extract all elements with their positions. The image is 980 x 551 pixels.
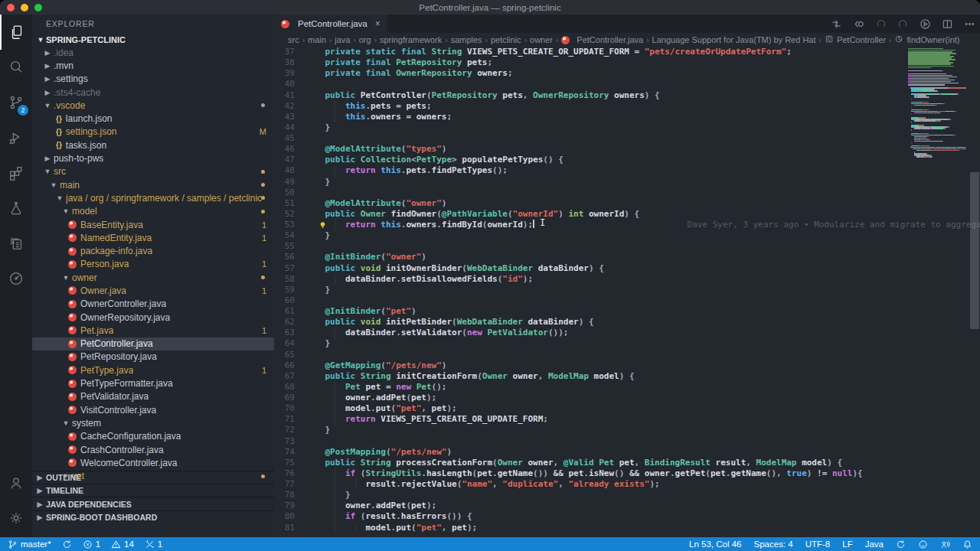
code-line-55[interactable]: 55	[274, 241, 980, 252]
code-line-78[interactable]: 78 }	[274, 490, 980, 500]
tree-item-pettype-java[interactable]: PetType.java1	[32, 364, 274, 377]
go-back-icon[interactable]	[853, 18, 864, 30]
tree-item-owner[interactable]: ▼owner	[32, 271, 274, 284]
tree-item--idea[interactable]: ▶.idea	[32, 46, 274, 59]
code-line-64[interactable]: 64 }	[274, 338, 980, 349]
code-line-50[interactable]: 50	[274, 187, 980, 198]
breadcrumb-language-support-for-java-tm-by-red-hat[interactable]: Language Support for Java(TM) by Red Hat	[652, 35, 816, 44]
code-line-54[interactable]: 54 }	[274, 230, 980, 241]
activity-source-control-icon[interactable]: 2	[0, 85, 32, 120]
code-line-58[interactable]: 58 dataBinder.setDisallowedFields("id");	[274, 274, 980, 285]
tree-item-model[interactable]: ▼model	[32, 205, 274, 218]
close-tab-icon[interactable]: ×	[375, 18, 381, 29]
tree-item-cacheconfiguration-java[interactable]: CacheConfiguration.java	[32, 430, 274, 443]
tree-item-visitcontroller-java[interactable]: VisitController.java	[32, 403, 274, 416]
status-warning[interactable]: 14	[111, 540, 134, 549]
section-timeline[interactable]: ▶TIMELINE	[32, 484, 274, 497]
code-line-80[interactable]: 80 if (result.hasErrors()) {	[274, 511, 980, 522]
breadcrumb-main[interactable]: main	[308, 35, 326, 44]
breadcrumb-org[interactable]: org	[359, 35, 371, 44]
code-line-79[interactable]: 79 owner.addPet(pet);	[274, 500, 980, 511]
code-line-76[interactable]: 76 if (StringUtils.hasLength(pet.getName…	[274, 468, 980, 479]
status-broadcast[interactable]	[940, 540, 950, 549]
run-java-icon[interactable]	[920, 18, 931, 30]
tree-item--sts4-cache[interactable]: ▶.sts4-cache	[32, 86, 274, 99]
tree-item-tasks-json[interactable]: {}tasks.json	[32, 139, 274, 152]
status-sync[interactable]	[62, 540, 72, 549]
tree-item-petrepository-java[interactable]: PetRepository.java	[32, 350, 274, 364]
tree-item-launch-json[interactable]: {}launch.json	[32, 112, 274, 125]
activity-account-icon[interactable]	[0, 465, 32, 500]
tree-item-welcomecontroller-java[interactable]: WelcomeController.java	[32, 456, 274, 469]
zoom-window-button[interactable]	[34, 4, 42, 11]
tree-item-pet-java[interactable]: Pet.java1	[32, 324, 274, 337]
breadcrumb-samples[interactable]: samples	[451, 35, 482, 44]
code-line-37[interactable]: 37 private static final String VIEWS_PET…	[274, 47, 980, 57]
tree-item-pettypeformatter-java[interactable]: PetTypeFormatter.java	[32, 377, 274, 390]
code-line-45[interactable]: 45	[274, 133, 980, 144]
tree-item-settings-json[interactable]: {}settings.jsonM	[32, 126, 274, 139]
breadcrumb-petclinic[interactable]: petclinic	[491, 35, 521, 44]
code-line-46[interactable]: 46 @ModelAttribute("types")	[274, 144, 980, 155]
activity-run-debug-icon[interactable]	[0, 120, 32, 155]
tree-item-person-java[interactable]: Person.java1	[32, 258, 274, 271]
code-line-47[interactable]: 47 public Collection<PetType> populatePe…	[274, 155, 980, 165]
section-java-dependencies[interactable]: ▶JAVA DEPENDENCIES	[32, 497, 274, 510]
minimize-window-button[interactable]	[21, 4, 28, 11]
code-line-74[interactable]: 74 @PostMapping("/pets/new")	[274, 447, 980, 458]
activity-explorer-icon[interactable]	[0, 15, 32, 50]
open-changes-icon[interactable]	[831, 18, 842, 30]
code-line-70[interactable]: 70 model.put("pet", pet);	[274, 403, 980, 414]
project-root-header[interactable]: ▼ SPRING-PETCLINIC	[32, 33, 274, 46]
status-feedback[interactable]	[918, 540, 928, 549]
code-editor[interactable]: 37 private static final String VIEWS_PET…	[274, 47, 980, 537]
tree-item-petvalidator-java[interactable]: PetValidator.java	[32, 390, 274, 403]
section-spring-boot-dashboard[interactable]: ▶SPRING-BOOT DASHBOARD	[32, 510, 274, 523]
breadcrumb-petcontroller-java[interactable]: PetController.java	[561, 35, 643, 44]
code-line-65[interactable]: 65	[274, 350, 980, 360]
code-line-39[interactable]: 39 private final OwnerRepository owners;	[274, 68, 980, 79]
code-line-69[interactable]: 69 owner.addPet(pet);	[274, 393, 980, 403]
code-line-38[interactable]: 38 private final PetRepository pets;	[274, 57, 980, 68]
status-spaces-4[interactable]: Spaces: 4	[754, 540, 793, 549]
status-java[interactable]: Java	[865, 540, 884, 549]
breadcrumb-findowner-int-[interactable]: findOwner(int)	[894, 34, 959, 45]
code-line-49[interactable]: 49 }	[274, 177, 980, 187]
tree-item-main[interactable]: ▼main	[32, 178, 274, 191]
breadcrumb-springframework[interactable]: springframework	[380, 35, 442, 44]
code-line-62[interactable]: 62 public void initPetBinder(WebDataBind…	[274, 317, 980, 328]
code-line-67[interactable]: 67 public String initCreationForm(Owner …	[274, 371, 980, 382]
code-line-48[interactable]: 48 return this.pets.findPetTypes();	[274, 165, 980, 176]
code-line-51[interactable]: 51 @ModelAttribute("owner")	[274, 198, 980, 209]
tree-item--mvn[interactable]: ▶.mvn	[32, 59, 274, 72]
status-utf-8[interactable]: UTF-8	[805, 540, 831, 549]
code-line-43[interactable]: 43 this.owners = owners;	[274, 112, 980, 122]
status-error[interactable]: 1	[83, 540, 100, 549]
status-lf[interactable]: LF	[842, 540, 852, 549]
more-actions-icon[interactable]	[964, 18, 975, 30]
tree-item-ownerrepository-java[interactable]: OwnerRepository.java	[32, 311, 274, 324]
code-line-63[interactable]: 63 dataBinder.setValidator(new PetValida…	[274, 328, 980, 338]
code-line-71[interactable]: 71 return VIEWS_PETS_CREATE_OR_UPDATE_FO…	[274, 414, 980, 425]
code-line-66[interactable]: 66 @GetMapping("/pets/new")	[274, 360, 980, 371]
code-line-41[interactable]: 41 public PetController(PetRepository pe…	[274, 90, 980, 101]
code-line-52[interactable]: 52 public Owner findOwner(@PathVariable(…	[274, 209, 980, 220]
split-editor-icon[interactable]	[942, 18, 953, 30]
activity-java-projects-icon[interactable]	[0, 226, 32, 261]
tab-petcontroller[interactable]: PetController.java ×	[274, 15, 387, 33]
tree-item-system[interactable]: ▼system	[32, 416, 274, 429]
breadcrumb-petcontroller[interactable]: PetController	[825, 34, 886, 45]
breadcrumb-java[interactable]: java	[335, 35, 350, 44]
code-line-57[interactable]: 57 public void initOwnerBinder(WebDataBi…	[274, 263, 980, 274]
activity-settings-gear-icon[interactable]	[0, 500, 32, 536]
minimap[interactable]	[908, 48, 966, 158]
tree-item--settings[interactable]: ▶.settings	[32, 73, 274, 86]
lightbulb-icon[interactable]	[318, 220, 327, 230]
code-line-44[interactable]: 44 }	[274, 122, 980, 133]
code-line-60[interactable]: 60	[274, 295, 980, 306]
tree-item-java-org-springframework-samples-petclinic[interactable]: ▼java / org / springframework / samples …	[32, 191, 274, 204]
breadcrumb-owner[interactable]: owner	[530, 35, 553, 44]
code-line-81[interactable]: 81 model.put("pet", pet);	[274, 523, 980, 533]
code-line-77[interactable]: 77 result.rejectValue("name", "duplicate…	[274, 479, 980, 490]
tree-item-petcontroller-java[interactable]: PetController.java	[32, 337, 274, 350]
